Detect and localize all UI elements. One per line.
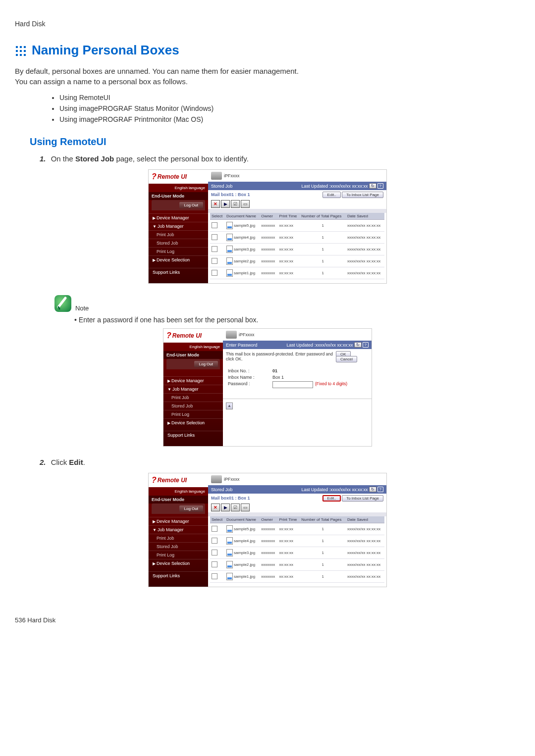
- up-arrow-icon[interactable]: ▲: [226, 403, 233, 409]
- refresh-icon[interactable]: ↻: [369, 487, 376, 492]
- row-checkbox[interactable]: [212, 526, 217, 532]
- delete-icon[interactable]: ✕: [211, 200, 220, 208]
- nav-support-links[interactable]: Support Links: [149, 571, 208, 580]
- file-icon: [226, 234, 233, 241]
- language-label[interactable]: English language: [163, 343, 223, 351]
- password-hint: (Fixed to 4 digits): [315, 381, 347, 388]
- row-checkbox[interactable]: [212, 222, 217, 228]
- play-icon[interactable]: ▶: [221, 504, 230, 511]
- play-icon[interactable]: ▶: [221, 200, 230, 208]
- bluebar-title: Enter Password: [226, 343, 258, 348]
- last-updated: Last Updated :xxxx/xx/xx xx:xx:xx: [302, 487, 368, 492]
- inbox-no-value: 01: [272, 368, 277, 373]
- nav-device-manager[interactable]: ▶Device Manager: [163, 376, 223, 385]
- help-icon[interactable]: ?: [377, 183, 383, 189]
- to-inbox-list-button[interactable]: To Inbox List Page: [342, 192, 383, 198]
- table-row[interactable]: sample2.jpgxxxxxxxxx:xx:xx1xxxx/xx/xx xx…: [210, 255, 384, 267]
- table-row[interactable]: sample1.jpgxxxxxxxxx:xx:xx1xxxx/xx/xx xx…: [210, 571, 384, 583]
- tool-icon-4[interactable]: ▭: [241, 504, 250, 511]
- refresh-icon[interactable]: ↻: [354, 342, 362, 348]
- page-footer: 536 Hard Disk: [15, 616, 520, 624]
- file-icon: [226, 549, 233, 556]
- printer-model: iPFxxxx: [224, 477, 240, 482]
- nav-device-selection[interactable]: ▶Device Selection: [163, 418, 223, 427]
- nav-device-manager[interactable]: ▶Device Manager: [149, 517, 208, 525]
- tool-icon-4[interactable]: ▭: [241, 200, 250, 208]
- section-title: Using RemoteUI: [30, 136, 520, 148]
- last-updated: Last Updated :xxxx/xx/xx xx:xx:xx: [287, 343, 353, 348]
- nav-stored-job[interactable]: Stored Job: [163, 402, 223, 410]
- file-icon: [226, 573, 233, 580]
- help-icon[interactable]: ?: [377, 487, 383, 492]
- step1-bold: Stored Job: [75, 154, 114, 163]
- refresh-icon[interactable]: ↻: [369, 183, 376, 189]
- file-icon: [226, 525, 233, 533]
- inbox-no-label: Inbox No. :: [228, 368, 272, 373]
- step2-post: .: [83, 458, 85, 466]
- file-icon: [226, 257, 233, 265]
- inbox-name-label: Inbox Name :: [228, 375, 272, 380]
- table-row[interactable]: sample5.jpgxxxxxxxxx:xx:xx1xxxx/xx/xx xx…: [210, 523, 384, 535]
- edit-button-highlighted[interactable]: Edit..: [322, 495, 340, 502]
- language-label[interactable]: English language: [149, 487, 208, 496]
- nav-device-selection[interactable]: ▶Device Selection: [149, 255, 208, 264]
- delete-icon[interactable]: ✕: [211, 504, 220, 511]
- nav-print-log[interactable]: Print Log: [149, 247, 208, 255]
- method-remoteui: Using RemoteUI: [59, 94, 520, 101]
- row-checkbox[interactable]: [212, 246, 217, 252]
- table-row[interactable]: sample3.jpgxxxxxxxxx:xx:xx1xxxx/xx/xx xx…: [210, 244, 384, 255]
- col-print-time: Print Time: [278, 516, 300, 523]
- intro-line-2: You can assign a name to a personal box …: [15, 77, 520, 86]
- nav-print-job[interactable]: Print Job: [163, 393, 223, 402]
- row-checkbox[interactable]: [212, 550, 217, 555]
- nav-job-manager[interactable]: ▼Job Manager: [149, 525, 208, 534]
- logout-button[interactable]: Log Out: [179, 202, 203, 208]
- table-row[interactable]: sample4.jpgxxxxxxxxx:xx:xx1xxxx/xx/xx xx…: [210, 232, 384, 244]
- printer-icon: [211, 172, 222, 180]
- row-checkbox[interactable]: [212, 234, 217, 240]
- row-checkbox[interactable]: [212, 258, 217, 264]
- nav-print-log[interactable]: Print Log: [149, 551, 208, 559]
- nav-print-job[interactable]: Print Job: [149, 534, 208, 542]
- nav-device-selection[interactable]: ▶Device Selection: [149, 559, 208, 567]
- table-row[interactable]: sample5.jpgxxxxxxxxx:xx:xx1xxxx/xx/xx xx…: [210, 220, 384, 232]
- nav-job-manager[interactable]: ▼Job Manager: [149, 222, 208, 230]
- edit-button[interactable]: Edit..: [322, 192, 340, 198]
- tool-icon-3[interactable]: ☑: [231, 200, 240, 208]
- nav-device-manager[interactable]: ▶Device Manager: [149, 213, 208, 222]
- printer-icon: [211, 475, 222, 483]
- row-checkbox[interactable]: [212, 573, 217, 579]
- table-row[interactable]: sample4.jpgxxxxxxxxx:xx:xx1xxxx/xx/xx xx…: [210, 535, 384, 547]
- remoteui-enter-password-screenshot: ?Remote UI English language End-User Mod…: [163, 329, 372, 446]
- breadcrumb: Hard Disk: [15, 20, 520, 28]
- table-row[interactable]: sample3.jpgxxxxxxxxx:xx:xx1xxxx/xx/xx xx…: [210, 547, 384, 559]
- table-row[interactable]: sample2.jpgxxxxxxxxx:xx:xx1xxxx/xx/xx xx…: [210, 559, 384, 571]
- table-row[interactable]: sample1.jpgxxxxxxxxx:xx:xx1xxxx/xx/xx xx…: [210, 267, 384, 279]
- row-checkbox[interactable]: [212, 270, 217, 276]
- nav-support-links[interactable]: Support Links: [149, 268, 208, 276]
- remoteui-logo: ?Remote UI: [149, 473, 208, 487]
- method-mac: Using imagePROGRAF Printmonitor (Mac OS): [59, 115, 520, 123]
- note-icon: [54, 295, 71, 312]
- file-icon: [226, 246, 233, 253]
- language-label[interactable]: English language: [149, 184, 208, 192]
- job-table: Select Document Name Owner Print Time Nu…: [210, 213, 384, 279]
- logout-button[interactable]: Log Out: [194, 361, 218, 367]
- nav-stored-job[interactable]: Stored Job: [149, 239, 208, 247]
- cancel-button[interactable]: Cancel: [336, 356, 357, 362]
- mailbox-path: Mail box01 : Box 1: [211, 192, 250, 197]
- nav-stored-job[interactable]: Stored Job: [149, 542, 208, 551]
- password-input[interactable]: [272, 381, 313, 388]
- help-icon[interactable]: ?: [363, 342, 369, 348]
- nav-job-manager[interactable]: ▼Job Manager: [163, 385, 223, 393]
- logout-button[interactable]: Log Out: [179, 505, 203, 512]
- tool-icon-3[interactable]: ☑: [231, 504, 240, 511]
- row-checkbox[interactable]: [212, 561, 217, 567]
- step1-pre: On the: [51, 154, 75, 163]
- nav-print-log[interactable]: Print Log: [163, 410, 223, 418]
- password-message: This mail box is password-protected. Ent…: [226, 352, 336, 361]
- nav-support-links[interactable]: Support Links: [163, 431, 223, 439]
- row-checkbox[interactable]: [212, 538, 217, 544]
- to-inbox-list-button[interactable]: To Inbox List Page: [342, 495, 383, 502]
- nav-print-job[interactable]: Print Job: [149, 230, 208, 239]
